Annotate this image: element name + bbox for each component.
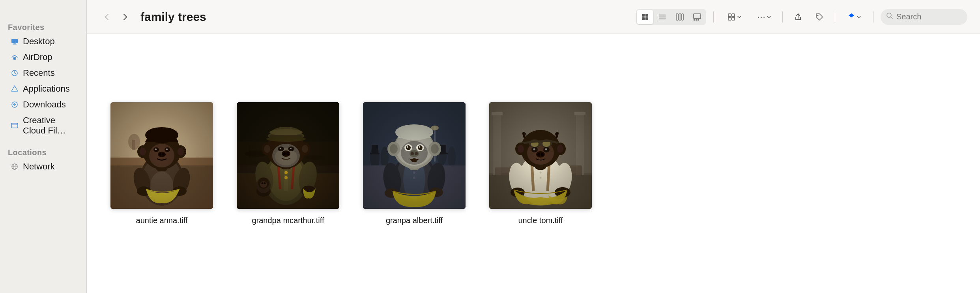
forward-button[interactable] bbox=[118, 9, 133, 24]
separator-1 bbox=[713, 11, 714, 23]
sidebar-item-desktop[interactable]: Desktop bbox=[2, 34, 84, 49]
file-thumbnail-uncle-tom bbox=[489, 102, 592, 209]
dropbox-button[interactable] bbox=[842, 10, 866, 24]
locations-section-label: Locations bbox=[0, 145, 86, 159]
separator-3 bbox=[835, 11, 835, 23]
view-gallery-button[interactable] bbox=[689, 10, 705, 24]
network-icon bbox=[10, 162, 19, 171]
svg-line-31 bbox=[891, 17, 892, 19]
toolbar-controls: ··· bbox=[636, 9, 967, 25]
svg-rect-104 bbox=[237, 102, 339, 209]
svg-point-4 bbox=[14, 58, 15, 59]
svg-rect-12 bbox=[645, 14, 648, 17]
view-columns-button[interactable] bbox=[671, 10, 688, 24]
file-label-uncle-tom: uncle tom.tiff bbox=[518, 216, 563, 225]
sidebar-item-network-label: Network bbox=[23, 162, 55, 172]
recents-icon bbox=[10, 69, 19, 77]
airdrop-icon bbox=[10, 53, 19, 62]
svg-point-30 bbox=[887, 13, 891, 17]
applications-icon bbox=[10, 85, 19, 93]
sidebar-item-recents-label: Recents bbox=[23, 68, 55, 78]
sidebar-item-desktop-label: Desktop bbox=[23, 36, 55, 47]
creative-cloud-icon bbox=[10, 121, 19, 130]
toolbar: family trees bbox=[87, 0, 980, 34]
tag-button[interactable] bbox=[811, 10, 828, 24]
view-icon-button[interactable] bbox=[637, 10, 653, 24]
svg-rect-25 bbox=[728, 14, 731, 17]
file-label-auntie-anna: auntie anna.tiff bbox=[136, 216, 188, 225]
more-button[interactable]: ··· bbox=[753, 10, 775, 24]
file-thumbnail-granpa-albert bbox=[363, 102, 466, 209]
svg-rect-7 bbox=[11, 123, 18, 128]
sidebar-item-recents[interactable]: Recents bbox=[2, 65, 84, 81]
svg-rect-14 bbox=[645, 17, 648, 20]
downloads-icon bbox=[10, 100, 19, 109]
main-content: family trees bbox=[87, 0, 980, 293]
back-button[interactable] bbox=[99, 9, 114, 24]
sidebar-item-downloads[interactable]: Downloads bbox=[2, 97, 84, 113]
sidebar: Favorites Desktop AirDrop bbox=[0, 0, 87, 293]
separator-2 bbox=[782, 11, 783, 23]
sidebar-item-applications[interactable]: Applications bbox=[2, 81, 84, 97]
share-button[interactable] bbox=[790, 10, 806, 24]
svg-point-29 bbox=[817, 15, 819, 16]
separator-4 bbox=[873, 11, 873, 23]
svg-rect-11 bbox=[642, 14, 645, 17]
svg-rect-23 bbox=[696, 19, 697, 21]
sidebar-item-network[interactable]: Network bbox=[2, 159, 84, 175]
svg-rect-22 bbox=[694, 19, 695, 21]
folder-title: family trees bbox=[140, 10, 206, 24]
file-thumbnail-auntie-anna bbox=[110, 102, 213, 209]
sidebar-item-airdrop-label: AirDrop bbox=[23, 52, 52, 62]
svg-rect-186 bbox=[489, 102, 592, 209]
file-item-auntie-anna[interactable]: auntie anna.tiff bbox=[110, 102, 213, 225]
svg-rect-13 bbox=[642, 17, 645, 20]
svg-rect-24 bbox=[698, 19, 699, 21]
svg-rect-2 bbox=[13, 44, 17, 45]
svg-rect-61 bbox=[110, 102, 213, 209]
file-item-uncle-tom[interactable]: uncle tom.tiff bbox=[489, 102, 592, 225]
sidebar-item-downloads-label: Downloads bbox=[23, 100, 66, 110]
search-input[interactable] bbox=[896, 12, 956, 21]
sidebar-item-applications-label: Applications bbox=[23, 84, 70, 94]
svg-rect-28 bbox=[732, 17, 735, 20]
svg-rect-21 bbox=[694, 14, 701, 19]
file-label-granpa-albert: granpa albert.tiff bbox=[386, 216, 443, 225]
sidebar-item-creative-cloud-label: Creative Cloud Fil… bbox=[23, 115, 76, 136]
svg-rect-0 bbox=[11, 39, 18, 43]
search-icon bbox=[886, 12, 893, 21]
svg-rect-26 bbox=[732, 14, 735, 17]
file-thumbnail-grandpa-mcarthur bbox=[237, 102, 339, 209]
svg-rect-18 bbox=[676, 14, 678, 20]
svg-rect-20 bbox=[682, 14, 683, 20]
view-mode-group bbox=[636, 9, 706, 25]
file-item-grandpa-mcarthur[interactable]: grandpa mcarthur.tiff bbox=[237, 102, 339, 225]
file-item-granpa-albert[interactable]: granpa albert.tiff bbox=[363, 102, 466, 225]
group-button[interactable] bbox=[721, 10, 748, 24]
nav-buttons bbox=[99, 9, 133, 24]
file-grid: auntie anna.tiff bbox=[87, 34, 980, 293]
desktop-icon bbox=[10, 37, 19, 46]
svg-rect-147 bbox=[363, 102, 466, 209]
sidebar-item-airdrop[interactable]: AirDrop bbox=[2, 49, 84, 65]
view-list-button[interactable] bbox=[654, 10, 671, 24]
search-box[interactable] bbox=[881, 9, 967, 25]
svg-rect-19 bbox=[679, 14, 681, 20]
file-label-grandpa-mcarthur: grandpa mcarthur.tiff bbox=[252, 216, 324, 225]
favorites-section-label: Favorites bbox=[0, 20, 86, 34]
sidebar-item-creative-cloud[interactable]: Creative Cloud Fil… bbox=[2, 113, 84, 139]
svg-rect-27 bbox=[728, 17, 731, 20]
